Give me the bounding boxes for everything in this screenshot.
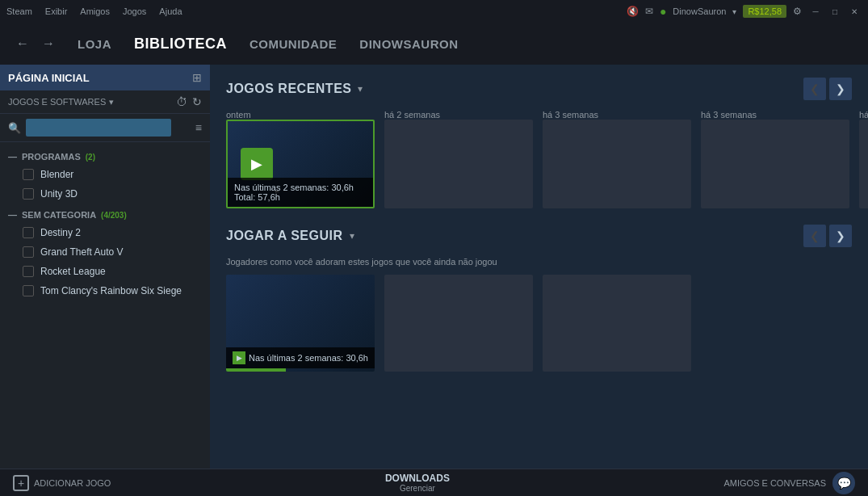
recent-game-card-3[interactable]: há 3 semanas <box>701 110 849 208</box>
play-next-thumb-1[interactable] <box>384 275 533 372</box>
add-game-button[interactable]: + ADICIONAR JOGO <box>13 475 111 491</box>
filter-chevron-icon: ▾ <box>109 97 114 107</box>
recent-game-thumb-2[interactable] <box>543 120 691 208</box>
grid-icon[interactable]: ⊞ <box>192 71 202 84</box>
gta5-label: Grand Theft Auto V <box>40 246 124 258</box>
main-content: JOGOS RECENTES ▾ ❮ ❯ ontem ▶ <box>210 65 868 469</box>
recent-game-thumb-1[interactable] <box>384 120 533 208</box>
nav-biblioteca[interactable]: BIBLIOTECA <box>134 36 227 53</box>
minimize-button[interactable]: ─ <box>808 4 823 19</box>
mail-icon[interactable]: ✉ <box>645 6 653 17</box>
recent-overlay-line2: Total: 57,6h <box>234 192 367 202</box>
user-name[interactable]: DinowSauron <box>673 6 726 16</box>
play-next-nav: ❮ ❯ <box>803 225 852 247</box>
nav-loja[interactable]: LOJA <box>78 37 111 51</box>
recent-games-prev-button[interactable]: ❮ <box>803 78 826 100</box>
play-next-thumb-2[interactable] <box>543 275 691 372</box>
title-bar: Steam Exibir Amigos Jogos Ajuda 🔇 ✉ ● Di… <box>0 0 868 23</box>
recent-game-card-2[interactable]: há 3 semanas <box>543 110 691 208</box>
filter-label: JOGOS E SOFTWARES <box>8 97 106 107</box>
unity3d-label: Unity 3D <box>40 188 78 200</box>
main-layout: PÁGINA INICIAL ⊞ JOGOS E SOFTWARES ▾ ⏱ ↻… <box>0 65 868 469</box>
chat-icon: 💬 <box>832 472 855 494</box>
recent-overlay-line1: Nas últimas 2 semanas: 30,6h <box>234 183 367 192</box>
play-next-title: JOGAR A SEGUIR <box>226 229 343 243</box>
nav-dinowsauron[interactable]: DINOWSAURON <box>359 37 458 51</box>
sidebar-item-destiny2[interactable]: Destiny 2 <box>0 223 210 242</box>
title-bar-right: 🔇 ✉ ● DinowSauron ▾ R$12,58 ⚙ ─ □ ✕ <box>627 4 862 19</box>
menu-steam[interactable]: Steam <box>6 6 32 16</box>
sidebar-filter-dropdown[interactable]: JOGOS E SOFTWARES ▾ <box>8 97 114 107</box>
recent-games-title: JOGOS RECENTES <box>226 82 351 96</box>
r6siege-label: Tom Clancy's Rainbow Six Siege <box>40 285 182 296</box>
window-controls: ─ □ ✕ <box>808 4 862 19</box>
title-bar-menu: Steam Exibir Amigos Jogos Ajuda <box>6 6 182 16</box>
settings-icon[interactable]: ⚙ <box>793 6 802 17</box>
close-button[interactable]: ✕ <box>847 4 862 19</box>
rocketleague-checkbox[interactable] <box>23 266 34 277</box>
sidebar-header-icons: ⊞ <box>192 71 202 84</box>
downloads-button[interactable]: DOWNLOADS Gerenciar <box>385 473 450 493</box>
volume-icon[interactable]: 🔇 <box>627 6 639 17</box>
recent-game-thumb-0[interactable]: ▶ Nas últimas 2 semanas: 30,6h Total: 57… <box>226 120 375 208</box>
add-game-icon: + <box>13 475 29 491</box>
sidebar-item-unity3d[interactable]: Unity 3D <box>0 184 210 204</box>
back-button[interactable]: ← <box>13 34 32 53</box>
play-next-subtitle: Jogadores como você adoram estes jogos q… <box>226 257 852 267</box>
filter-icon[interactable]: ≡ <box>195 121 202 134</box>
play-next-card-0[interactable]: ▶ Nas últimas 2 semanas: 30,6h <box>226 275 375 372</box>
r6siege-checkbox[interactable] <box>23 285 34 296</box>
search-input[interactable] <box>26 119 171 137</box>
menu-jogos[interactable]: Jogos <box>123 6 146 16</box>
nav-comunidade[interactable]: COMUNIDADE <box>249 37 337 51</box>
forward-button[interactable]: → <box>39 34 58 53</box>
recent-game-thumb-3[interactable] <box>701 120 849 208</box>
clock-icon[interactable]: ⏱ <box>176 95 187 108</box>
sidebar-item-rocketleague[interactable]: Rocket League <box>0 262 210 281</box>
recent-game-timelabel-0: ontem <box>226 110 375 120</box>
play-next-card-2[interactable] <box>543 275 691 372</box>
play-button-0[interactable]: ▶ <box>241 148 273 180</box>
menu-amigos[interactable]: Amigos <box>80 6 110 16</box>
play-next-section-header: JOGAR A SEGUIR ▾ ❮ ❯ <box>226 225 852 247</box>
downloads-subtitle: Gerenciar <box>400 484 435 493</box>
search-icon: 🔍 <box>8 122 21 134</box>
bottom-bar: + ADICIONAR JOGO DOWNLOADS Gerenciar AMI… <box>0 469 868 496</box>
play-next-thumb-0[interactable]: ▶ Nas últimas 2 semanas: 30,6h <box>226 275 375 372</box>
recent-game-timelabel-3: há 3 semanas <box>701 110 849 120</box>
blender-checkbox[interactable] <box>23 169 34 180</box>
recent-games-chevron[interactable]: ▾ <box>358 83 363 95</box>
section-semcategoria-label: SEM CATEGORIA <box>22 210 96 220</box>
nav-arrows: ← → <box>13 34 58 53</box>
maximize-button[interactable]: □ <box>828 4 842 19</box>
sidebar-title: PÁGINA INICIAL <box>8 72 90 84</box>
recent-game-thumb-4[interactable] <box>859 120 868 208</box>
recent-games-row: ontem ▶ Nas últimas 2 semanas: 30,6h Tot… <box>226 110 852 208</box>
sidebar-item-gta5[interactable]: Grand Theft Auto V <box>0 242 210 262</box>
user-dropdown-arrow[interactable]: ▾ <box>732 7 736 16</box>
section-dash-icon: — <box>8 152 17 162</box>
recent-games-next-button[interactable]: ❯ <box>829 78 852 100</box>
sidebar-item-blender[interactable]: Blender <box>0 165 210 184</box>
sidebar-item-r6siege[interactable]: Tom Clancy's Rainbow Six Siege <box>0 281 210 301</box>
destiny2-checkbox[interactable] <box>23 227 34 238</box>
friends-chat-button[interactable]: AMIGOS E CONVERSAS 💬 <box>723 472 855 494</box>
menu-ajuda[interactable]: Ajuda <box>159 6 182 16</box>
section-semcategoria-count: (4/203) <box>101 211 127 220</box>
play-next-prev-button[interactable]: ❮ <box>803 225 826 247</box>
recent-game-card-4[interactable]: há 4 seman... <box>859 110 868 208</box>
play-next-chevron[interactable]: ▾ <box>350 230 354 242</box>
play-next-overlay-line1: Nas últimas 2 semanas: 30,6h <box>249 353 368 363</box>
play-next-next-button[interactable]: ❯ <box>829 225 852 247</box>
menu-exibir[interactable]: Exibir <box>45 6 68 16</box>
play-next-card-1[interactable] <box>384 275 533 372</box>
gta5-checkbox[interactable] <box>23 246 34 258</box>
sidebar-header: PÁGINA INICIAL ⊞ <box>0 65 210 90</box>
recent-game-overlay-0: Nas últimas 2 semanas: 30,6h Total: 57,6… <box>228 178 373 207</box>
unity3d-checkbox[interactable] <box>23 188 34 200</box>
recent-game-card-1[interactable]: há 2 semanas <box>384 110 533 208</box>
refresh-icon[interactable]: ↻ <box>192 95 202 108</box>
recent-game-card-0[interactable]: ontem ▶ Nas últimas 2 semanas: 30,6h Tot… <box>226 110 375 208</box>
notification-icon[interactable]: ● <box>660 5 666 18</box>
balance-display: R$12,58 <box>743 5 786 18</box>
